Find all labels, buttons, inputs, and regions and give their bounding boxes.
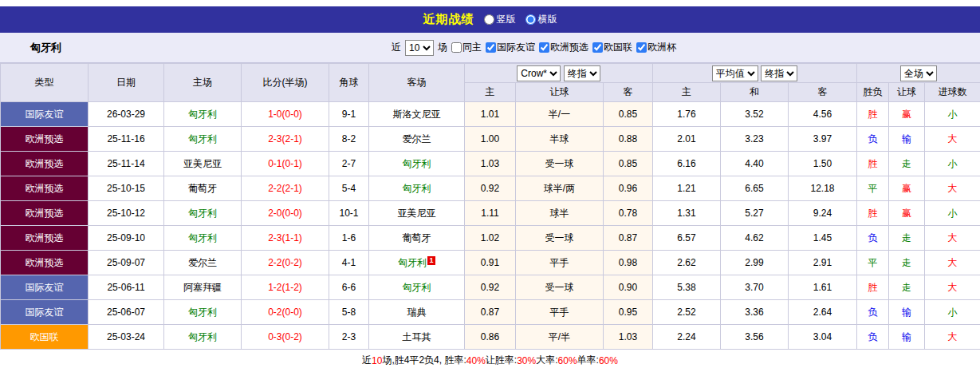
avg-odds-away: 2.91 xyxy=(789,251,857,275)
crow-odds-home: 1.01 xyxy=(465,102,516,127)
crow-odds-home: 1.11 xyxy=(465,201,516,226)
col-corners: 角球 xyxy=(329,64,369,102)
crow-odds-away: 0.98 xyxy=(604,251,653,275)
table-row: 国际友谊25-06-11阿塞拜疆1-2(1-2)6-6匈牙利0.92受一球0.9… xyxy=(1,275,980,300)
avg-odds-draw: 3.36 xyxy=(721,300,789,325)
odds-time-select-1[interactable]: 终指 xyxy=(564,65,600,81)
score: 2-0(0-0) xyxy=(242,201,329,226)
result-wdl: 胜 xyxy=(857,102,889,127)
col-date: 日期 xyxy=(89,64,164,102)
horizontal-radio[interactable] xyxy=(525,14,536,25)
same-home-checkbox[interactable] xyxy=(451,42,462,53)
corners: 2-3 xyxy=(329,325,369,350)
near-label: 近 xyxy=(392,41,401,54)
home-team: 匈牙利 xyxy=(164,300,242,325)
competition-badge: 欧洲预选 xyxy=(1,152,89,176)
fulltime-select[interactable]: 全场 xyxy=(900,65,937,81)
result-goals: 小 xyxy=(925,300,980,325)
odds-time-select-2[interactable]: 终指 xyxy=(761,65,797,81)
match-date: 25-09-07 xyxy=(89,251,164,275)
col-odds2-home: 主 xyxy=(653,83,721,102)
filter-friendly[interactable]: 国际友谊 xyxy=(486,41,535,54)
match-date: 25-11-16 xyxy=(89,127,164,152)
crow-odds-handicap: 平手 xyxy=(516,251,604,275)
competition-badge: 欧洲预选 xyxy=(1,226,89,251)
layout-option-horizontal[interactable]: 横版 xyxy=(525,13,557,26)
crow-odds-home: 0.91 xyxy=(465,251,516,275)
col-result-handicap: 让球 xyxy=(889,83,925,102)
result-goals: 大 xyxy=(925,226,980,251)
redcard-badge: 1 xyxy=(427,256,435,265)
crow-odds-home: 1.03 xyxy=(465,152,516,176)
filter-euro-cup[interactable]: 欧洲杯 xyxy=(636,41,676,54)
match-date: 25-06-07 xyxy=(89,300,164,325)
avg-odds-draw: 3.56 xyxy=(721,325,789,350)
result-goals: 大 xyxy=(925,127,980,152)
crow-odds-home: 1.00 xyxy=(465,127,516,152)
corners: 5-4 xyxy=(329,176,369,201)
summary-segment: 30% xyxy=(517,355,536,366)
corners: 6-6 xyxy=(329,275,369,300)
filter-nations-league[interactable]: 欧国联 xyxy=(592,41,632,54)
col-score: 比分(半场) xyxy=(242,64,329,102)
euro-qualifiers-checkbox[interactable] xyxy=(539,42,549,53)
vertical-radio[interactable] xyxy=(484,14,494,25)
match-date: 25-03-24 xyxy=(89,325,164,350)
table-row: 欧洲预选25-09-07爱尔兰2-2(0-2)4-1匈牙利10.91平手0.98… xyxy=(1,251,980,275)
away-team: 匈牙利1 xyxy=(369,251,465,275)
bookmaker-select[interactable]: Crow* xyxy=(517,65,561,81)
filter-euro-qualifiers[interactable]: 欧洲预选 xyxy=(539,41,588,54)
result-wdl: 平 xyxy=(857,251,889,275)
filter-same-home[interactable]: 同主 xyxy=(451,41,482,54)
result-wdl: 平 xyxy=(857,176,889,201)
crow-odds-home: 1.02 xyxy=(465,226,516,251)
table-row: 欧国联25-03-24匈牙利0-3(0-2)2-3土耳其0.86平/半1.032… xyxy=(1,325,980,350)
corners: 2-7 xyxy=(329,152,369,176)
nations-league-checkbox[interactable] xyxy=(592,42,603,53)
table-row: 国际友谊25-06-07匈牙利0-2(0-0)5-8瑞典0.87平手0.952.… xyxy=(1,300,980,325)
result-goals: 大 xyxy=(925,275,980,300)
home-team: 匈牙利 xyxy=(164,325,242,350)
result-handicap: 赢 xyxy=(889,102,925,127)
result-handicap: 输 xyxy=(889,300,925,325)
competition-badge: 欧洲预选 xyxy=(1,201,89,226)
horizontal-radio-label: 横版 xyxy=(538,13,557,26)
col-odds2-draw: 和 xyxy=(721,83,789,102)
score: 1-0(0-0) xyxy=(242,102,329,127)
match-count-select[interactable]: 10 xyxy=(405,40,434,56)
result-handicap: 输 xyxy=(889,127,925,152)
result-goals: 小 xyxy=(925,152,980,176)
crow-odds-home: 0.92 xyxy=(465,275,516,300)
col-odds1-handicap: 让球 xyxy=(516,83,604,102)
euro-cup-checkbox[interactable] xyxy=(636,42,647,53)
crow-odds-home: 0.87 xyxy=(465,300,516,325)
score: 0-3(0-2) xyxy=(242,325,329,350)
checkbox-label: 欧国联 xyxy=(604,41,632,54)
away-team: 爱尔兰 xyxy=(369,127,465,152)
competition-badge: 国际友谊 xyxy=(1,275,89,300)
score: 2-2(2-1) xyxy=(242,176,329,201)
friendly-checkbox[interactable] xyxy=(486,42,496,53)
crow-odds-away: 0.85 xyxy=(604,152,653,176)
col-odds1-away: 客 xyxy=(604,83,653,102)
summary-segment: 单率: xyxy=(577,354,599,367)
avg-odds-draw: 5.27 xyxy=(721,201,789,226)
score: 0-2(0-0) xyxy=(242,300,329,325)
average-select[interactable]: 平均值 xyxy=(712,65,758,81)
header-group-row: 类型 日期 主场 比分(半场) 角球 客场 Crow* 终指 平均值 终指 全场 xyxy=(1,64,980,83)
avg-odds-away: 12.18 xyxy=(789,176,857,201)
col-result-goals: 进球数 xyxy=(925,83,980,102)
result-handicap: 走 xyxy=(889,152,925,176)
away-team: 葡萄牙 xyxy=(369,226,465,251)
avg-odds-home: 1.21 xyxy=(653,176,721,201)
odds-group-2: 平均值 终指 xyxy=(653,64,857,83)
checkbox-label: 欧洲预选 xyxy=(550,41,588,54)
result-handicap: 走 xyxy=(889,275,925,300)
avg-odds-draw: 4.62 xyxy=(721,226,789,251)
table-body: 国际友谊26-03-29匈牙利1-0(0-0)9-1斯洛文尼亚1.01半/一0.… xyxy=(1,102,980,350)
crow-odds-handicap: 半/一 xyxy=(516,102,604,127)
layout-option-vertical[interactable]: 竖版 xyxy=(484,13,516,26)
crow-odds-handicap: 平手 xyxy=(516,300,604,325)
result-wdl: 胜 xyxy=(857,275,889,300)
avg-odds-away: 4.56 xyxy=(789,102,857,127)
